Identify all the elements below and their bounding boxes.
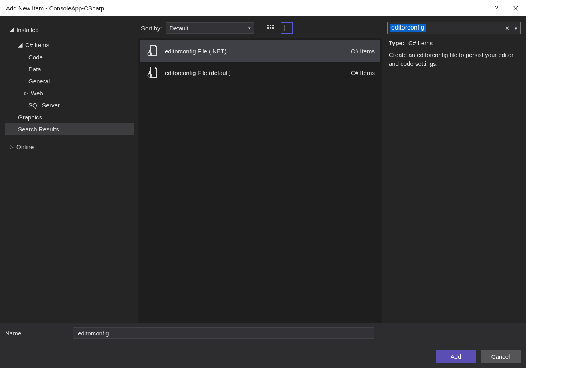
svg-rect-2: [272, 25, 274, 26]
tree-installed[interactable]: ◢ Installed: [5, 24, 134, 36]
tree-graphics[interactable]: Graphics: [5, 111, 134, 123]
titlebar: Add New Item - ConsoleApp-CSharp ?: [0, 0, 526, 16]
tree-code[interactable]: Code: [5, 51, 134, 63]
svg-rect-9: [286, 28, 290, 28]
template-toolbar: Sort by: Default ▾: [138, 22, 382, 38]
details-panel: editorconfig ✕ ▾ Type: C# Items Create a…: [382, 16, 526, 323]
template-list[interactable]: editorconfig File (.NET) C# Items: [138, 38, 382, 323]
svg-rect-7: [286, 26, 290, 26]
chevron-right-icon: ▷: [8, 144, 15, 150]
tree-online[interactable]: ▷ Online: [5, 141, 134, 153]
add-button[interactable]: Add: [436, 350, 476, 363]
svg-point-8: [283, 28, 285, 29]
type-label: Type:: [389, 40, 404, 46]
search-box[interactable]: editorconfig ✕ ▾: [387, 22, 521, 34]
help-button[interactable]: ?: [487, 0, 506, 16]
tree-search-results[interactable]: Search Results: [5, 123, 134, 135]
svg-point-12: [148, 52, 152, 56]
template-category: C# Items: [351, 48, 375, 55]
svg-rect-0: [267, 25, 269, 26]
cancel-button[interactable]: Cancel: [481, 350, 521, 363]
clear-search-icon[interactable]: ✕: [503, 22, 511, 34]
svg-rect-3: [267, 27, 269, 29]
template-details: Type: C# Items Create an editorconfig fi…: [387, 39, 521, 69]
search-dropdown-icon[interactable]: ▾: [511, 22, 520, 34]
editorconfig-file-icon: [146, 66, 159, 79]
category-tree: ◢ Installed ◢ C# Items Code Data General: [0, 16, 138, 323]
svg-point-10: [283, 30, 285, 31]
sort-by-value: Default: [170, 25, 189, 32]
name-input[interactable]: [73, 327, 374, 339]
close-button[interactable]: [506, 0, 526, 16]
editorconfig-file-icon: [146, 44, 159, 58]
tree-general[interactable]: General: [5, 75, 134, 87]
template-row[interactable]: editorconfig File (default) C# Items: [140, 62, 380, 83]
dialog-footer: Name: Add Cancel: [0, 323, 526, 368]
tree-data[interactable]: Data: [5, 63, 134, 75]
template-description: Create an editorconfig file to persist y…: [389, 51, 519, 69]
svg-point-14: [148, 74, 152, 77]
sort-by-label: Sort by:: [141, 25, 162, 32]
template-title: editorconfig File (default): [165, 69, 231, 76]
add-new-item-dialog: Add New Item - ConsoleApp-CSharp ? ◢ Ins…: [0, 0, 526, 368]
tree-sqlserver[interactable]: SQL Server: [5, 99, 134, 111]
svg-rect-1: [270, 25, 271, 26]
caret-down-icon: ▾: [248, 26, 251, 31]
template-panel: Sort by: Default ▾: [138, 16, 382, 323]
svg-point-6: [283, 26, 285, 27]
tree-csharp-items[interactable]: ◢ C# Items: [5, 39, 134, 51]
template-title: editorconfig File (.NET): [165, 48, 226, 55]
chevron-right-icon: ▷: [23, 91, 29, 96]
svg-rect-5: [272, 27, 274, 29]
chevron-down-icon: ◢: [8, 26, 15, 33]
view-grid-button[interactable]: [265, 22, 277, 34]
template-category: C# Items: [351, 69, 375, 76]
search-input[interactable]: [388, 22, 503, 34]
tree-web[interactable]: ▷ Web: [5, 87, 134, 99]
sort-by-select[interactable]: Default ▾: [166, 22, 254, 34]
type-value: C# Items: [408, 40, 433, 46]
window-title: Add New Item - ConsoleApp-CSharp: [6, 5, 104, 12]
chevron-down-icon: ◢: [17, 41, 24, 48]
name-label: Name:: [5, 330, 65, 337]
svg-rect-4: [270, 27, 271, 29]
template-row[interactable]: editorconfig File (.NET) C# Items: [140, 40, 380, 62]
view-list-button[interactable]: [281, 22, 293, 34]
svg-rect-11: [286, 30, 290, 30]
